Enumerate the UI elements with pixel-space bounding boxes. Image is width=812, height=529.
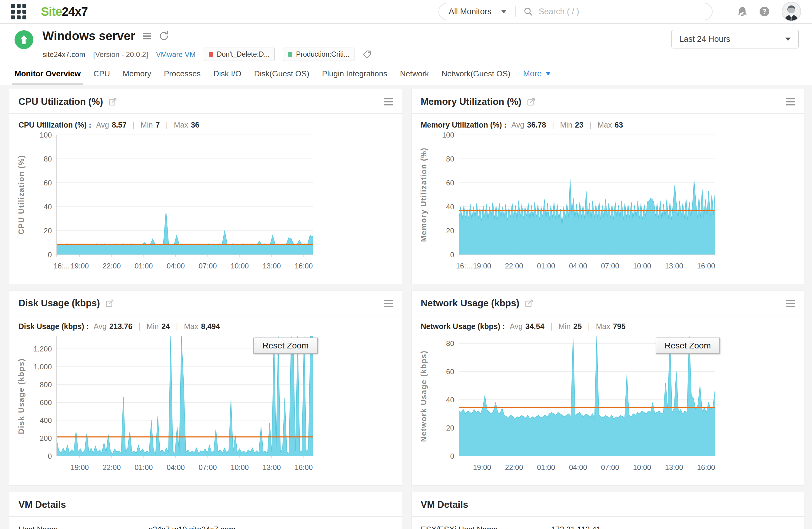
chart-menu-icon[interactable]	[786, 300, 795, 307]
tab-monitor-overview[interactable]: Monitor Overview	[15, 69, 81, 85]
svg-text:20: 20	[44, 226, 52, 235]
expand-chart-icon[interactable]	[108, 98, 117, 106]
chart-title: Memory Utilization (%)	[421, 96, 521, 107]
min-value: 23	[575, 121, 583, 129]
separator: |	[176, 322, 178, 331]
svg-text:16:00: 16:00	[294, 262, 313, 270]
svg-text:60: 60	[446, 179, 454, 187]
notifications-bell-icon[interactable]	[738, 6, 747, 17]
vm-detail-value: s24x7-w10.site24x7.com	[149, 525, 235, 529]
svg-text:0: 0	[450, 452, 454, 460]
separator: |	[166, 121, 168, 129]
vm-details-card-left: VM Details Host Name s24x7-w10.site24x7.…	[9, 492, 402, 529]
monitor-tag[interactable]: Don't_Delete:D...	[204, 47, 275, 61]
tag-label: Production:Criti...	[296, 50, 349, 58]
tab-disk-io[interactable]: Disk I/O	[213, 69, 241, 85]
global-search-pill: All Monitors	[438, 3, 713, 20]
svg-text:10:00: 10:00	[633, 463, 651, 471]
chart-title: CPU Utilization (%)	[18, 96, 103, 107]
min-label: Min	[147, 322, 159, 331]
svg-text:1,200: 1,200	[34, 345, 52, 353]
svg-text:0: 0	[48, 452, 52, 460]
svg-text:400: 400	[40, 416, 52, 425]
min-label: Min	[559, 322, 570, 331]
more-label: More	[523, 69, 542, 78]
search-input[interactable]	[538, 7, 704, 17]
svg-text:800: 800	[40, 381, 52, 389]
chart-menu-icon[interactable]	[384, 98, 393, 105]
tab-network-guest-os[interactable]: Network(Guest OS)	[442, 69, 510, 85]
vm-detail-row: Host Name s24x7-w10.site24x7.com	[10, 517, 402, 529]
memory-utilization-card: Memory Utilization (%) Memory Utilizatio…	[411, 89, 805, 284]
monitor-scope-dropdown[interactable]: All Monitors	[439, 7, 515, 16]
chart-stats: Memory Utilization (%) : Avg 36.78 | Min…	[412, 114, 804, 130]
reset-zoom-button[interactable]: Reset Zoom	[656, 338, 720, 354]
time-range-label: Last 24 Hours	[679, 34, 730, 44]
expand-chart-icon[interactable]	[105, 299, 114, 308]
min-label: Min	[141, 121, 153, 129]
avg-label: Avg	[93, 322, 107, 331]
expand-chart-icon[interactable]	[527, 98, 535, 106]
reset-zoom-button[interactable]: Reset Zoom	[253, 338, 318, 354]
svg-text:20: 20	[446, 226, 454, 235]
apps-grid-icon[interactable]	[11, 4, 26, 19]
svg-text:600: 600	[40, 398, 52, 407]
page-title: Windows server	[42, 29, 135, 43]
chevron-down-icon	[501, 10, 507, 13]
disk-usage-chart[interactable]: 02004006008001,0001,20019:0022:0001:0004…	[11, 333, 317, 476]
memory-utilization-chart[interactable]: 02040608010016:...19:0022:0001:0004:0007…	[414, 131, 720, 275]
search-icon	[524, 7, 533, 16]
svg-text:01:00: 01:00	[537, 463, 555, 471]
metric-label: Memory Utilization (%) :	[421, 121, 507, 129]
expand-chart-icon[interactable]	[525, 299, 533, 308]
svg-text:Memory Utilization (%): Memory Utilization (%)	[419, 147, 428, 242]
tab-disk-guest-os[interactable]: Disk(Guest OS)	[254, 69, 309, 85]
help-icon[interactable]: ?	[759, 6, 770, 17]
user-avatar[interactable]	[782, 2, 801, 21]
chevron-down-icon	[785, 38, 791, 41]
cpu-utilization-chart[interactable]: 02040608010016:...19:0022:0001:0004:0007…	[11, 131, 317, 275]
refresh-icon[interactable]	[159, 31, 169, 41]
svg-text:16:00: 16:00	[697, 262, 715, 270]
svg-text:Network Usage (kbps): Network Usage (kbps)	[419, 350, 428, 442]
svg-text:07:00: 07:00	[199, 463, 217, 471]
separator: |	[133, 121, 135, 129]
chevron-down-icon	[546, 72, 551, 75]
svg-text:19:00: 19:00	[473, 463, 491, 471]
time-range-select[interactable]: Last 24 Hours	[671, 30, 799, 48]
svg-text:CPU Utilization (%): CPU Utilization (%)	[17, 155, 26, 235]
svg-text:200: 200	[40, 434, 52, 442]
tab-plugin-integrations[interactable]: Plugin Integrations	[322, 69, 387, 85]
tab-memory[interactable]: Memory	[123, 69, 151, 85]
search-box	[516, 7, 712, 17]
svg-text:04:00: 04:00	[569, 262, 587, 270]
vmware-vm-link[interactable]: VMware VM	[156, 50, 196, 59]
tab-more[interactable]: More	[523, 69, 551, 85]
svg-text:0: 0	[450, 251, 454, 259]
chart-stats: Network Usage (kbps) : Avg 34.54 | Min 2…	[412, 315, 804, 332]
tab-network[interactable]: Network	[400, 69, 429, 85]
vm-details-card-right: VM Details ESX/ESXi Host Name 172.21.112…	[411, 492, 805, 529]
svg-text:13:00: 13:00	[665, 262, 683, 270]
tab-cpu[interactable]: CPU	[93, 69, 110, 85]
min-label: Min	[560, 121, 572, 129]
max-value: 36	[191, 121, 199, 129]
network-usage-card: Network Usage (kbps) Network Usage (kbps…	[411, 290, 805, 486]
monitor-scope-label: All Monitors	[449, 7, 491, 16]
chart-menu-icon[interactable]	[786, 98, 795, 105]
vm-detail-label: Host Name	[18, 525, 149, 529]
monitor-menu-icon[interactable]	[143, 33, 151, 39]
min-value: 24	[161, 322, 170, 331]
monitor-tag[interactable]: Production:Criti...	[283, 47, 354, 61]
chart-menu-icon[interactable]	[384, 300, 393, 307]
network-usage-chart[interactable]: 02040608019:0022:0001:0004:0007:0010:001…	[414, 333, 720, 476]
avg-label: Avg	[96, 121, 109, 129]
tab-processes[interactable]: Processes	[164, 69, 201, 85]
tag-icon[interactable]	[362, 50, 372, 59]
max-label: Max	[184, 322, 198, 331]
svg-text:04:00: 04:00	[569, 463, 587, 471]
metric-label: Network Usage (kbps) :	[421, 322, 505, 331]
svg-text:16:...: 16:...	[456, 262, 472, 270]
svg-text:13:00: 13:00	[263, 463, 281, 471]
tag-label: Don't_Delete:D...	[217, 50, 270, 58]
